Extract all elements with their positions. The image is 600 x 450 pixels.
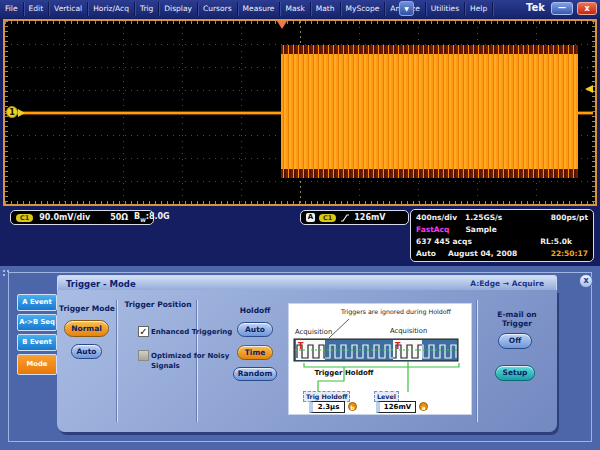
- channel-readout: C1 90.0mV/div 50Ω BW:8.0G: [10, 210, 154, 225]
- close-icon: x: [584, 4, 589, 13]
- record-length: RL:5.0k: [540, 236, 572, 247]
- acquisition-readout: 400ns/div 1.25GS/s 800ps/pt FastAcq Samp…: [410, 209, 594, 262]
- optimized-noisy-label-line2: Signals: [151, 362, 180, 370]
- email-on-trigger-header: E-mail on Trigger: [481, 310, 553, 328]
- t-marker-right: T: [395, 342, 401, 351]
- dialog-title: Trigger - Mode: [66, 279, 136, 289]
- menu-help[interactable]: Help: [465, 2, 493, 16]
- email-setup-button[interactable]: Setup: [495, 365, 535, 381]
- enhanced-triggering-checkbox[interactable]: ✓: [138, 326, 149, 337]
- sample-interval: 800ps/pt: [551, 212, 588, 223]
- dialog-tabs: A Event A->B Seq B Event Mode: [17, 294, 57, 375]
- menu-bar: File Edit Vertical Horiz/Acq Trig Displa…: [0, 0, 600, 18]
- holdoff-random-button[interactable]: Random: [233, 367, 277, 381]
- minimize-icon: —: [558, 3, 566, 12]
- dialog-titlebar: Trigger - Mode A:Edge → Acquire: [57, 275, 557, 291]
- acq-mode-row: FastAcq Sample: [416, 224, 588, 235]
- resize-grip[interactable]: [3, 270, 9, 276]
- acq-mode: Sample: [465, 224, 496, 235]
- acq-count-row: 637 445 acqs RL:5.0k: [416, 236, 588, 247]
- tab-a-to-b-seq[interactable]: A->B Seq: [17, 314, 57, 331]
- level-value-field[interactable]: 126mV: [376, 401, 416, 413]
- menu-math[interactable]: Math: [311, 2, 341, 16]
- date: August 04, 2008: [448, 248, 517, 259]
- menu-file[interactable]: File: [0, 2, 24, 16]
- channel-badge: C1: [16, 214, 33, 222]
- tab-a-event[interactable]: A Event: [17, 294, 57, 311]
- grid-line: [5, 181, 595, 182]
- badge-b: b: [348, 402, 357, 411]
- trig-holdoff-value-field[interactable]: 2.3μs: [309, 401, 345, 413]
- menu-edit[interactable]: Edit: [24, 2, 50, 16]
- rising-edge-icon: [340, 213, 350, 223]
- channel-bandwidth: BW:8.0G: [134, 212, 170, 223]
- channel1-arrow-icon: [18, 109, 25, 117]
- holdoff-auto-button[interactable]: Auto: [237, 322, 273, 337]
- trigger-position-header: Trigger Position: [119, 300, 197, 309]
- control-window-area: x Trigger - Mode A:Edge → Acquire A Even…: [0, 266, 600, 450]
- trigger-position-marker[interactable]: [277, 21, 287, 29]
- menu-mask[interactable]: Mask: [280, 2, 310, 16]
- menu-display[interactable]: Display: [159, 2, 198, 16]
- graticule-ticks: [5, 201, 595, 204]
- menu-trig[interactable]: Trig: [135, 2, 159, 16]
- chevron-down-icon: ▼: [404, 5, 409, 12]
- minimize-button[interactable]: —: [551, 2, 573, 15]
- trigger-mode-header: Trigger Mode: [57, 304, 117, 313]
- bw-suffix: :8.0G: [146, 212, 170, 221]
- enhanced-triggering-label: Enhanced Triggering: [151, 328, 232, 336]
- menu-overflow-button[interactable]: ▼: [399, 1, 414, 16]
- trig-status: Auto: [416, 248, 436, 259]
- column-separator: [197, 300, 198, 422]
- holdoff-time-button[interactable]: Time: [237, 345, 273, 360]
- graticule-ticks: [5, 21, 595, 24]
- trigger-holdoff-bracket-label: Trigger Holdoff: [309, 369, 379, 377]
- optimized-noisy-checkbox[interactable]: [138, 350, 149, 361]
- acq-count: 637 445 acqs: [416, 236, 472, 247]
- diagram-note: Triggers are ignored during Holdoff: [341, 308, 451, 315]
- trigger-readout: A C1 126mV: [300, 210, 409, 225]
- trigger-level-marker[interactable]: [585, 85, 593, 93]
- optimized-noisy-label-line1: Optimized for Noisy: [151, 352, 229, 360]
- channel1-marker[interactable]: 1: [6, 106, 18, 118]
- trigger-source-badge: A: [306, 213, 315, 222]
- menu-vertical[interactable]: Vertical: [49, 2, 88, 16]
- dialog-close-button[interactable]: x: [579, 274, 593, 288]
- column-separator: [117, 300, 118, 422]
- trigger-context-breadcrumb: A:Edge → Acquire: [470, 279, 544, 288]
- waveform-display: 1: [3, 19, 597, 206]
- tek-logo: Tek: [526, 2, 545, 13]
- holdoff-diagram: T T Triggers are ignored during Holdoff …: [288, 303, 472, 415]
- time: 22:50:17: [551, 248, 588, 259]
- fastacq-indicator: FastAcq: [416, 224, 449, 235]
- badge-a: a: [419, 402, 428, 411]
- email-off-button[interactable]: Off: [498, 333, 532, 349]
- dialog-panel: Trigger Mode Normal Auto Trigger Positio…: [57, 290, 557, 432]
- trigger-mode-normal-button[interactable]: Normal: [64, 320, 109, 337]
- trigger-level-readout: 126mV: [354, 213, 385, 222]
- menu-utilities[interactable]: Utilities: [426, 2, 465, 16]
- acquisition-label-left: Acquisition: [295, 328, 332, 336]
- tab-b-event[interactable]: B Event: [17, 334, 57, 351]
- trigger-channel-badge: C1: [319, 214, 336, 222]
- status-row: Auto August 04, 2008 22:50:17: [416, 248, 588, 259]
- trigger-mode-auto-button[interactable]: Auto: [71, 344, 102, 359]
- channel-scale: 90.0mV/div: [39, 213, 90, 222]
- menu-horiz-acq[interactable]: Horiz/Acq: [88, 2, 135, 16]
- menu-myscope[interactable]: MyScope: [341, 2, 386, 16]
- sample-rate: 1.25GS/s: [465, 212, 502, 223]
- timebase: 400ns/div: [416, 212, 457, 223]
- close-button[interactable]: x: [577, 2, 597, 15]
- column-separator: [477, 300, 478, 422]
- waveform-burst: [281, 45, 578, 178]
- channel-impedance: 50Ω: [110, 213, 128, 222]
- tab-mode[interactable]: Mode: [17, 354, 57, 375]
- t-marker-left: T: [298, 342, 304, 351]
- menu-measure[interactable]: Measure: [238, 2, 281, 16]
- timebase-row: 400ns/div 1.25GS/s 800ps/pt: [416, 212, 588, 223]
- menu-cursors[interactable]: Cursors: [198, 2, 238, 16]
- holdoff-header: Holdoff: [217, 306, 293, 315]
- acquisition-label-right: Acquisition: [390, 327, 427, 335]
- oscilloscope-screen: File Edit Vertical Horiz/Acq Trig Displa…: [0, 0, 600, 450]
